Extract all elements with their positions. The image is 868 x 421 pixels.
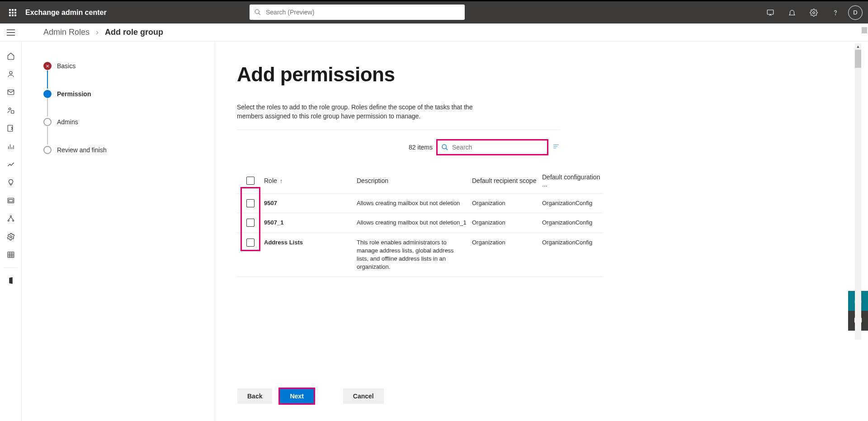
help-icon[interactable] [826,4,844,22]
filter-icon[interactable] [552,142,560,152]
cell-role: 9507 [264,199,357,207]
svg-rect-12 [8,125,13,131]
svg-point-19 [10,215,12,217]
nav-toggle-icon[interactable] [0,23,22,42]
settings-icon[interactable] [805,4,823,22]
back-button[interactable]: Back [237,388,272,404]
home-icon[interactable] [0,47,22,65]
global-search-input[interactable] [266,9,447,16]
svg-point-20 [8,220,9,221]
cell-config: OrganizationConfig [542,219,603,227]
notifications-icon[interactable] [783,4,801,22]
table-row[interactable]: Address Lists This role enables administ… [237,233,603,277]
cell-role: Address Lists [264,239,357,247]
svg-line-23 [11,217,13,220]
user-icon[interactable] [0,65,22,83]
org-icon[interactable] [0,210,22,228]
svg-line-22 [9,217,11,220]
svg-point-4 [835,14,836,15]
svg-point-0 [255,9,259,14]
cell-scope: Organization [472,239,542,247]
svg-point-30 [442,145,446,149]
table-icon[interactable] [0,246,22,264]
item-count: 82 items [409,144,433,151]
svg-point-21 [13,220,14,221]
app-title: Exchange admin center [25,9,107,17]
search-icon [441,144,448,151]
svg-line-1 [259,13,260,15]
step-pending-icon [43,146,52,154]
col-header-config[interactable]: Default configuration ... [542,173,603,188]
cancel-button[interactable]: Cancel [343,388,384,404]
cell-config: OrganizationConfig [542,199,603,207]
insights-icon[interactable] [0,155,22,173]
breadcrumb-bar: Admin Roles › Add role group [0,23,868,42]
mail-icon[interactable] [0,83,22,101]
permissions-table: Role↑ Description Default recipient scop… [237,169,603,277]
breadcrumb-parent[interactable]: Admin Roles [43,28,90,37]
table-row[interactable]: 9507_1 Allows creating mailbox but not d… [237,213,603,233]
sort-asc-icon: ↑ [280,178,283,184]
outer-scrollbar[interactable] [862,27,867,33]
scrollbar-thumb[interactable] [855,50,861,68]
present-icon[interactable] [761,4,779,22]
office-icon[interactable] [0,271,22,290]
svg-line-31 [446,148,448,150]
main-content: Add permissions Select the roles to add … [215,42,868,421]
row-checkbox[interactable] [246,199,255,207]
row-checkbox[interactable] [246,219,255,227]
table-search[interactable] [436,139,548,155]
breadcrumb: Admin Roles › Add role group [43,28,163,37]
cell-scope: Organization [472,199,542,207]
page-title: Add permissions [237,63,868,86]
step-basics[interactable]: ✕ Basics [43,61,215,71]
search-icon [254,9,261,16]
svg-point-10 [9,108,11,110]
content-scrollbar[interactable]: ▲ [855,43,861,340]
migration-icon[interactable] [0,119,22,137]
svg-rect-11 [11,111,14,113]
cell-description: This role enables administrators to mana… [357,239,472,271]
cell-description: Allows creating mailbox but not deletion [357,199,472,207]
svg-rect-9 [8,90,14,95]
wizard-steps: ✕ Basics Permission Admins Review and fi… [22,42,215,421]
svg-point-24 [10,236,12,238]
table-search-input[interactable] [452,144,533,151]
step-admins[interactable]: Admins [43,117,215,127]
col-header-scope[interactable]: Default recipient scope [472,177,542,184]
cell-role: 9507_1 [264,219,357,227]
step-pending-icon [43,118,52,126]
table-toolbar: 82 items [237,139,560,155]
scroll-up-icon[interactable]: ▲ [855,43,861,50]
table-header: Role↑ Description Default recipient scop… [237,169,603,194]
public-folder-icon[interactable] [0,192,22,210]
lightbulb-icon[interactable] [0,173,22,192]
svg-rect-25 [8,252,14,257]
chevron-right-icon: › [96,28,99,37]
page-description: Select the roles to add to the role grou… [237,103,481,121]
wizard-footer: Back Next Cancel [237,388,384,405]
col-header-description[interactable]: Description [357,177,472,184]
svg-point-3 [813,11,815,14]
svg-rect-2 [767,10,774,14]
user-role-icon[interactable] [0,101,22,119]
svg-rect-18 [9,200,13,202]
row-checkbox[interactable] [246,239,255,247]
top-bar: Exchange admin center D [0,0,868,23]
svg-point-8 [9,71,12,74]
breadcrumb-current: Add role group [105,28,163,37]
user-avatar[interactable]: D [848,5,863,20]
table-row[interactable]: 9507 Allows creating mailbox but not del… [237,194,603,213]
step-review[interactable]: Review and finish [43,145,215,155]
global-search[interactable] [250,5,465,20]
cell-description: Allows creating mailbox but not deletion… [357,219,472,227]
select-all-checkbox[interactable] [246,177,255,185]
reports-icon[interactable] [0,137,22,155]
next-button[interactable]: Next [278,388,315,405]
step-done-icon: ✕ [43,62,52,70]
left-nav-rail [0,42,22,421]
gear-icon[interactable] [0,228,22,246]
col-header-role[interactable]: Role↑ [264,177,357,184]
app-launcher-icon[interactable] [4,4,22,22]
step-permission[interactable]: Permission [43,89,215,99]
